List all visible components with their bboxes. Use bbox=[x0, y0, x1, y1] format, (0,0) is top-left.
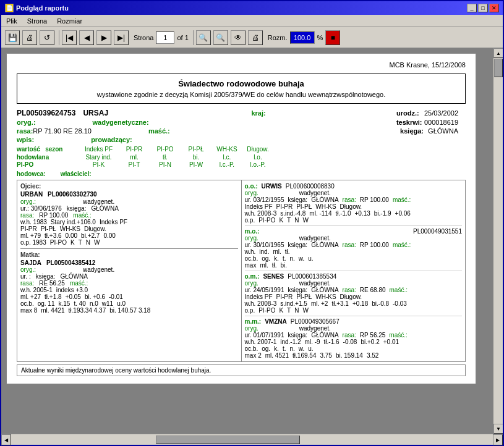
ojciec-wady-label: wadygenet. bbox=[83, 198, 114, 205]
matka-section: Matka: SAJDA PL005004385412 oryg.: wadyg… bbox=[20, 251, 238, 314]
indeks-pf-header: Indeks PF bbox=[79, 146, 119, 153]
stop-button[interactable]: ■ bbox=[325, 30, 340, 45]
ojciec-ml-row: ml. +79 tł.+3.6 0.00 bi.+2.7 0.00 bbox=[20, 232, 238, 239]
ojciec-wh-ks: WH-KS bbox=[60, 225, 80, 232]
matka-ur-row: ur. : księga: GŁÓWNA bbox=[20, 273, 238, 280]
matka-oryg-value bbox=[41, 266, 78, 273]
minimize-button[interactable]: _ bbox=[467, 4, 477, 12]
om-op: o.p. bbox=[245, 307, 255, 314]
dlugow-header: Długow. bbox=[242, 146, 273, 153]
mm-v2: +0.01 bbox=[383, 339, 399, 345]
oo-ml: ml. -114 bbox=[309, 210, 331, 217]
save-button[interactable]: 💾 bbox=[5, 30, 20, 45]
oo-K: K bbox=[279, 217, 283, 224]
ojciec-pi-pl: PI-PŁ bbox=[41, 225, 56, 232]
page-input[interactable] bbox=[156, 32, 174, 44]
matka-ml: ml. +27 bbox=[20, 293, 41, 300]
mm-rasa-label: rasa: bbox=[343, 332, 356, 339]
oo-wh-ks: WH-KS bbox=[315, 203, 336, 210]
mo-tl2: tł. bbox=[272, 262, 277, 269]
page-label: Strona bbox=[134, 34, 153, 41]
oo-pi-pl: PI-PŁ bbox=[296, 203, 312, 210]
oo-rasa-label: rasa: bbox=[343, 196, 356, 203]
vertical-scrollbar[interactable]: ▲ ▼ bbox=[493, 48, 503, 434]
matka-ocb-row: oc.b. og. 11 k.15 t. 40 n.0 w11 u.0 bbox=[20, 300, 238, 307]
om-pi-po-val: PI-PO bbox=[258, 307, 275, 314]
om-bi: bi.-0.8 bbox=[372, 300, 389, 307]
om-oryg-row: oryg. wadygenet. bbox=[245, 280, 463, 287]
mm-tl: tł.-1.6 bbox=[324, 339, 340, 345]
matka-w11: w11 bbox=[102, 300, 113, 307]
scroll-down-button[interactable]: ▼ bbox=[493, 424, 503, 434]
ml-header: ml. bbox=[119, 154, 150, 161]
main-window: 📄 Podgląd raportu _ □ ✕ Plik Strona Rozm… bbox=[0, 0, 504, 446]
indeks-header-row3: PI-PO PI-K PI-T PI-N PI-W l.c.-P. l.o.-P… bbox=[17, 161, 466, 168]
menu-strona[interactable]: Strona bbox=[25, 16, 49, 26]
hscroll-track[interactable] bbox=[11, 434, 493, 445]
horizontal-scrollbar[interactable]: ◀ ▶ bbox=[1, 434, 503, 445]
mo-w: w. bbox=[299, 255, 304, 262]
om-dlugow: Długow. bbox=[340, 293, 362, 300]
menu-plik[interactable]: Plik bbox=[4, 16, 20, 26]
mm-bi: bi.+0.2 bbox=[361, 339, 379, 345]
toolbar-separator-2 bbox=[191, 30, 194, 45]
zoom-suffix: % bbox=[317, 34, 323, 41]
prowadzacy-label: prowadzący: bbox=[91, 136, 132, 143]
mo-max-row: max ml. tł. bi. bbox=[245, 262, 463, 269]
next-page-button[interactable]: ▶ bbox=[96, 30, 111, 45]
last-page-button[interactable]: ▶| bbox=[114, 30, 129, 45]
zoom-out-button[interactable]: 🔍 bbox=[213, 30, 228, 45]
matka-oryg-row: oryg.: wadygenet. bbox=[20, 266, 238, 273]
oo-wh: w.h. 2008-3 bbox=[245, 210, 277, 217]
title-bar-left: 📄 Podgląd raportu bbox=[5, 4, 69, 12]
om-v2: -0.03 bbox=[393, 300, 407, 307]
prev-page-button[interactable]: ◀ bbox=[79, 30, 94, 45]
menu-rozmiar[interactable]: Rozmiar bbox=[54, 16, 85, 26]
ojciec-ksiega-value: GŁÓWNA bbox=[91, 205, 118, 212]
ojciec-ml: ml. +79 bbox=[20, 232, 41, 239]
hscroll-thumb[interactable] bbox=[156, 435, 301, 444]
scroll-right-button[interactable]: ▶ bbox=[493, 434, 503, 445]
mo-ur: ur. 30/10/1965 bbox=[245, 242, 284, 248]
zoom-in-button[interactable]: 🔍 bbox=[196, 30, 211, 45]
kraj-label: kraj: bbox=[251, 109, 265, 117]
close-button[interactable]: ✕ bbox=[489, 4, 499, 12]
scroll-thumb[interactable] bbox=[494, 59, 503, 77]
menu-bar: Plik Strona Rozmiar bbox=[1, 15, 503, 27]
oo-id: PL000600008830 bbox=[286, 183, 335, 190]
mo-rasa-label: rasa: bbox=[343, 242, 356, 248]
zoom-input[interactable] bbox=[290, 32, 315, 44]
matka-wady-label: wadygenet. bbox=[83, 266, 114, 273]
scroll-left-button[interactable]: ◀ bbox=[1, 434, 11, 445]
matka-tl-val: tł.193.34 4.37 bbox=[69, 307, 106, 314]
om-rasa-value: RE 68.80 bbox=[360, 287, 386, 293]
title-buttons: _ □ ✕ bbox=[467, 4, 499, 12]
om-masc-label: maść.: bbox=[390, 287, 408, 293]
mo-label: m.o.: bbox=[245, 228, 260, 235]
matka-bi-val: bi. 140.57 3.18 bbox=[109, 307, 150, 314]
matka-tl: tł.+1.8 bbox=[45, 293, 62, 300]
print-button[interactable]: 🖨 bbox=[22, 30, 37, 45]
matka-bi: bi. +0.6 bbox=[85, 293, 105, 300]
om-ur-row: ur. 24/05/1991 księga: GŁÓWNA rasa: RE 6… bbox=[245, 287, 463, 293]
view-button[interactable]: 👁 bbox=[231, 30, 246, 45]
mm-bi2: bi. 159.14 bbox=[336, 352, 363, 359]
scroll-up-button[interactable]: ▲ bbox=[493, 48, 503, 58]
report-scroll[interactable]: MCB Krasne, 15/12/2008 Świadectwo rodowo… bbox=[1, 48, 493, 434]
hodowca-row: hodowca: właściciel: bbox=[17, 170, 466, 177]
maximize-button[interactable]: □ bbox=[478, 4, 488, 12]
matka-ml-row: ml. +27 tł.+1.8 +0.05 bi. +0.6 -0.01 bbox=[20, 293, 238, 300]
matka-ksiega-label: księga: bbox=[36, 273, 56, 280]
ojciec-oryg-label: oryg.: bbox=[20, 198, 36, 205]
urodzl-value: 25/03/2002 bbox=[424, 109, 458, 117]
print2-button[interactable]: 🖨 bbox=[248, 30, 263, 45]
first-page-button[interactable]: |◀ bbox=[62, 30, 77, 45]
refresh-button[interactable]: ↺ bbox=[40, 30, 54, 45]
matka-t: t. 40 bbox=[74, 300, 85, 307]
ojciec-op-row: o.p. 1983 PI-PO K T N W bbox=[20, 239, 238, 246]
oo-name: URWIS bbox=[262, 183, 282, 190]
ojciec-W: W bbox=[94, 239, 100, 246]
scroll-track[interactable] bbox=[493, 58, 503, 424]
mo-ocb-row: oc.b. og. k. t. n. w. u. bbox=[245, 255, 463, 262]
pi-pl-header: PI-PŁ bbox=[181, 146, 211, 153]
